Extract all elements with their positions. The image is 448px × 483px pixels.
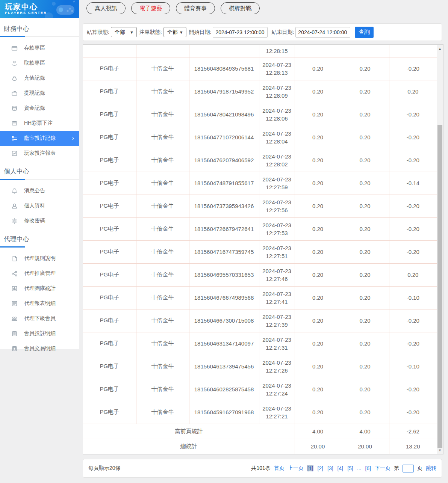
sidebar-item[interactable]: 存款專區 xyxy=(0,41,79,56)
filter-bar: 結算狀態: 全部 ▼ 注單狀態: 全部 ▼ 開始日期: 結束日期: 查詢 xyxy=(83,23,442,41)
cell-bet: 0.20 xyxy=(295,126,341,149)
sidebar-item[interactable]: 廳室投註記錄› xyxy=(0,131,79,146)
sidebar-item[interactable]: 個人資料 xyxy=(0,198,79,213)
recharge-icon xyxy=(11,75,18,82)
sidebar-item-label: HH彩票下注 xyxy=(24,120,53,127)
tab[interactable]: 體育賽事 xyxy=(176,2,215,14)
cell-order_no: 1815604716747359745 xyxy=(189,240,259,263)
cell-game: 十倍金牛 xyxy=(136,57,189,80)
sidebar-item[interactable]: 修改密碼 xyxy=(0,213,79,228)
cell-bet: 0.20 xyxy=(295,332,341,355)
cell-game: 十倍金牛 xyxy=(136,263,189,286)
end-date-input[interactable] xyxy=(295,27,350,38)
section-underline xyxy=(0,247,79,247)
next-page-link[interactable]: 下一页 xyxy=(375,465,390,472)
cell-platform: PG电子 xyxy=(83,240,136,263)
cell-valid_bet: 0.20 xyxy=(341,149,389,172)
jump-button[interactable]: 跳转 xyxy=(426,465,436,472)
page-number-link[interactable]: [4] xyxy=(337,465,344,471)
profile-icon xyxy=(11,203,18,209)
cell-win_loss: -0.20 xyxy=(389,126,437,149)
sidebar-item[interactable]: 取款專區 xyxy=(0,56,79,71)
settle-status-select[interactable]: 全部 ▼ xyxy=(111,27,137,37)
page-number-link[interactable]: [6] xyxy=(365,465,371,471)
sidebar-item-label: 玩家投注報表 xyxy=(24,150,56,157)
chevron-down-icon: ▼ xyxy=(179,30,183,35)
summary-row: 當前頁統計4.004.00-2.62 xyxy=(83,424,437,439)
cell-valid_bet: 0.20 xyxy=(341,57,389,80)
sidebar-item[interactable]: 代理推廣管理 xyxy=(0,266,79,281)
sidebar-item-label: 取款專區 xyxy=(24,60,45,66)
sidebar-item[interactable]: 會員投註明細 xyxy=(0,326,79,341)
cell-platform: PG电子 xyxy=(83,57,136,80)
cell-game: 十倍金牛 xyxy=(136,217,189,240)
sidebar-item[interactable]: 代理規則說明 xyxy=(0,251,79,266)
sidebar-item-label: 代理報表明細 xyxy=(24,300,56,307)
sidebar-item[interactable]: 代理團隊統計 xyxy=(0,281,79,296)
start-date-input[interactable] xyxy=(213,27,268,38)
cell-date: 2024-07-2312:28:13 xyxy=(259,57,295,80)
page-number-link[interactable]: [2] xyxy=(317,465,324,471)
bell-icon xyxy=(11,188,18,194)
table-row: PG电子十倍金牛18156046766749895682024-07-2312:… xyxy=(83,286,437,309)
sidebar-item[interactable]: HH彩票下注 xyxy=(0,116,79,131)
tab-active[interactable]: 電子遊藝 xyxy=(131,2,170,14)
cell-valid_bet: 0.20 xyxy=(341,309,389,332)
table-row: PG电子十倍金牛18156047804210984962024-07-2312:… xyxy=(83,103,437,126)
sidebar-item[interactable]: 消息公告 xyxy=(0,183,79,198)
table-row: PG电子十倍金牛18156048084935756812024-07-2312:… xyxy=(83,57,437,80)
summary-bet: 4.00 xyxy=(295,424,341,439)
sidebar-item[interactable]: 玩家投注報表 xyxy=(0,146,79,161)
cell-order_no: 1815604591627091968 xyxy=(189,401,259,424)
sidebar-item[interactable]: 提現記錄 xyxy=(0,86,79,101)
cell-win_loss: -0.20 xyxy=(389,103,437,126)
prev-page-link[interactable]: 上一页 xyxy=(288,465,304,472)
search-button[interactable]: 查詢 xyxy=(355,27,374,38)
sidebar-item-label: 充值記錄 xyxy=(24,75,45,82)
pagination-bar: 每頁顯示20條 共101条 首页 上一页 [1][2][3][4][5]...[… xyxy=(83,459,442,478)
page-number-link[interactable]: [5] xyxy=(347,465,354,471)
page-number-current[interactable]: [1] xyxy=(307,465,314,471)
cell-order_no: 1815604748791855617 xyxy=(189,172,259,195)
page-links: [1][2][3][4][5]...[6] xyxy=(307,465,371,471)
table-row: PG电子十倍金牛18156047918715499522024-07-2312:… xyxy=(83,80,437,103)
table-scrollbar[interactable]: ▲ ▼ xyxy=(437,45,443,454)
cell-date: 2024-07-2312:27:51 xyxy=(259,240,295,263)
page-number-link[interactable]: [3] xyxy=(327,465,334,471)
sidebar-item[interactable]: 資金記錄 xyxy=(0,101,79,116)
cell-date: 2024-07-2312:27:24 xyxy=(259,378,295,401)
settle-status-label: 結算狀態: xyxy=(87,29,109,36)
scroll-down-icon[interactable]: ▼ xyxy=(437,448,443,452)
first-page-link[interactable]: 首页 xyxy=(274,465,285,472)
tab[interactable]: 真人視訊 xyxy=(86,2,126,14)
table-row: PG电子十倍金牛18156046955703316532024-07-2312:… xyxy=(83,263,437,286)
cell-bet: 0.20 xyxy=(295,378,341,401)
section-title: 代理中心 xyxy=(4,235,79,243)
cell-bet: 0.20 xyxy=(295,195,341,217)
cell-game: 十倍金牛 xyxy=(136,149,189,172)
cell-win_loss: -0.20 xyxy=(389,401,437,424)
sidebar-item[interactable]: 充值記錄 xyxy=(0,71,79,86)
table-row: PG电子十倍金牛18156046137394754562024-07-2312:… xyxy=(83,355,437,378)
cell-game: 十倍金牛 xyxy=(136,401,189,424)
summary-win_loss: -2.62 xyxy=(389,424,437,439)
sidebar-item[interactable]: 代理下級會員 xyxy=(0,311,79,326)
cell-date: 2024-07-2312:27:46 xyxy=(259,263,295,286)
order-status-select[interactable]: 全部 ▼ xyxy=(163,27,186,37)
cell-order_no: 1815604762079406592 xyxy=(189,149,259,172)
section-underline xyxy=(0,36,79,37)
summary-valid_bet: 20.00 xyxy=(341,439,389,454)
cell-date: 2024-07-2312:27:41 xyxy=(259,286,295,309)
tab[interactable]: 棋牌對戰 xyxy=(221,2,260,14)
jump-page-input[interactable] xyxy=(403,465,414,472)
cell-bet: 0.20 xyxy=(295,263,341,286)
cell-platform: PG电子 xyxy=(83,401,136,424)
sidebar-item[interactable]: 會員交易明細 xyxy=(0,341,79,356)
scrollbar-thumb[interactable] xyxy=(437,125,442,448)
cell-game: 十倍金牛 xyxy=(136,80,189,103)
scroll-up-icon[interactable]: ▲ xyxy=(437,47,443,51)
pagination-controls: 共101条 首页 上一页 [1][2][3][4][5]...[6] 下一页 第… xyxy=(251,465,437,472)
sidebar-item-label: 個人資料 xyxy=(24,202,45,209)
sidebar-item[interactable]: 代理報表明細 xyxy=(0,296,79,311)
cell-valid_bet: 0.20 xyxy=(341,80,389,103)
